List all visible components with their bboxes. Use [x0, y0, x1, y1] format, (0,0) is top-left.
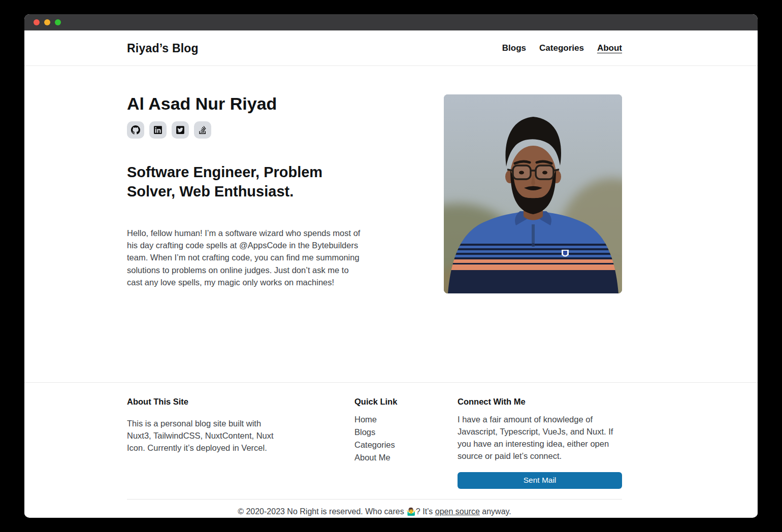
social-links [127, 121, 376, 139]
tagline: Software Engineer, Problem Solver, Web E… [127, 163, 350, 201]
stackoverflow-icon [198, 125, 207, 135]
footer-link-about-me[interactable]: About Me [354, 452, 431, 464]
copyright-prefix: © 2020-2023 No Right is reserved. Who ca… [238, 507, 406, 516]
footer-connect-text: I have a fair amount of knowledge of Jav… [458, 414, 622, 462]
nav-about[interactable]: About [597, 43, 622, 53]
bio-paragraph: Hello, fellow human! I’m a software wiza… [127, 227, 362, 288]
github-icon [131, 125, 140, 135]
main-nav: Blogs Categories About [502, 43, 622, 53]
copyright-mid: ? It’s [416, 507, 435, 516]
shrug-emoji: 🤷‍♂️ [406, 507, 416, 516]
linkedin-icon [153, 125, 162, 135]
copyright-text: © 2020-2023 No Right is reserved. Who ca… [127, 500, 622, 516]
minimize-window-button[interactable] [44, 19, 50, 25]
footer-link-home[interactable]: Home [354, 414, 431, 426]
zoom-window-button[interactable] [55, 19, 61, 25]
github-link[interactable] [127, 121, 144, 139]
copyright-suffix: anyway. [480, 507, 511, 516]
footer-connect-title: Connect With Me [458, 397, 622, 407]
linkedin-link[interactable] [149, 121, 167, 139]
nav-blogs[interactable]: Blogs [502, 43, 526, 53]
footer-about-column: About This Site This is a personal blog … [127, 397, 279, 489]
footer-link-categories[interactable]: Categories [354, 439, 431, 451]
footer-connect-column: Connect With Me I have a fair amount of … [458, 397, 622, 489]
window-titlebar [24, 14, 758, 30]
main-content: Al Asad Nur Riyad Software Engin [24, 66, 758, 382]
footer-about-text: This is a personal blog site built with … [127, 418, 279, 454]
stackoverflow-link[interactable] [194, 121, 211, 139]
twitter-icon [176, 125, 185, 135]
site-footer: About This Site This is a personal blog … [24, 382, 758, 516]
sent-mail-button[interactable]: Sent Mail [458, 472, 622, 489]
profile-photo-illustration [444, 94, 622, 293]
site-logo[interactable]: Riyad’s Blog [127, 42, 199, 55]
copyright-divider: © 2020-2023 No Right is reserved. Who ca… [127, 499, 622, 516]
profile-photo [444, 94, 622, 293]
footer-quicklink-title: Quick Link [354, 397, 431, 407]
open-source-link[interactable]: open source [435, 507, 480, 516]
footer-link-blogs[interactable]: Blogs [354, 426, 431, 439]
site-header: Riyad’s Blog Blogs Categories About [24, 30, 758, 66]
close-window-button[interactable] [34, 19, 40, 25]
nav-categories[interactable]: Categories [539, 43, 584, 53]
page-title: Al Asad Nur Riyad [127, 94, 376, 113]
footer-quicklink-column: Quick Link Home Blogs Categories About M… [354, 397, 431, 489]
twitter-link[interactable] [172, 121, 189, 139]
browser-window: Riyad’s Blog Blogs Categories About Al A… [24, 14, 758, 518]
footer-about-title: About This Site [127, 397, 279, 407]
